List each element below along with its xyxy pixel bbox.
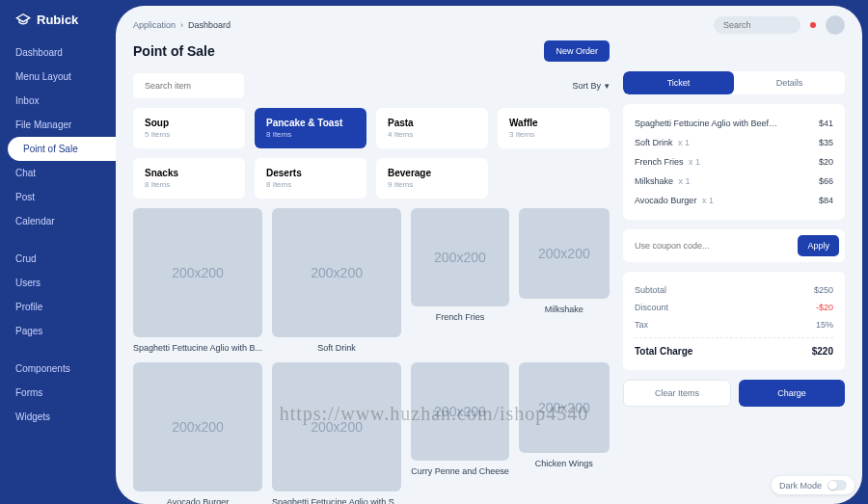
sidebar-item-crud[interactable]: Crud bbox=[0, 247, 116, 271]
breadcrumb-parent[interactable]: Application bbox=[133, 20, 176, 30]
dark-mode-toggle[interactable]: Dark Mode bbox=[772, 476, 854, 494]
subtotal-value: $250 bbox=[814, 285, 833, 295]
apply-coupon-button[interactable]: Apply bbox=[798, 235, 839, 256]
sidebar-item-file-manager[interactable]: File Manager bbox=[0, 113, 116, 137]
ticket-item-price: $66 bbox=[819, 176, 833, 186]
subtotal-label: Subtotal bbox=[635, 285, 666, 295]
category-title: Pasta bbox=[388, 118, 476, 128]
category-count: 8 Items bbox=[145, 180, 233, 189]
tab-ticket[interactable]: Ticket bbox=[623, 71, 734, 94]
page-title: Point of Sale bbox=[133, 43, 215, 59]
main: Application › Dashboard Point of Sale Ne… bbox=[116, 6, 862, 504]
ticket-row[interactable]: French Fries x 1$20 bbox=[635, 152, 833, 172]
toggle-switch[interactable] bbox=[827, 480, 847, 491]
avatar[interactable] bbox=[826, 15, 845, 35]
category-card[interactable]: Pasta4 Items bbox=[376, 108, 488, 148]
total-value: $220 bbox=[812, 346, 833, 357]
product-name: French Fries bbox=[411, 312, 509, 322]
category-title: Soup bbox=[145, 118, 233, 128]
logo-icon bbox=[15, 12, 31, 27]
product-name: Milkshake bbox=[519, 305, 610, 314]
sidebar-item-inbox[interactable]: Inbox bbox=[0, 89, 116, 113]
product-image: 200x200 bbox=[272, 208, 401, 337]
chevron-down-icon: ▾ bbox=[605, 81, 610, 91]
product-name: Curry Penne and Cheese bbox=[411, 466, 509, 476]
search-input[interactable] bbox=[714, 16, 800, 34]
sidebar-item-point-of-sale[interactable]: Point of Sale bbox=[8, 137, 116, 161]
sidebar-item-chat[interactable]: Chat bbox=[0, 161, 116, 185]
sort-by-dropdown[interactable]: Sort By ▾ bbox=[572, 81, 610, 91]
sidebar-item-users[interactable]: Users bbox=[0, 271, 116, 295]
category-count: 5 Items bbox=[145, 130, 233, 139]
brand-name: Rubick bbox=[37, 13, 78, 27]
product-name: Avocado Burger bbox=[133, 497, 262, 504]
sidebar-item-profile[interactable]: Profile bbox=[0, 295, 116, 319]
product-grid: 200x200Spaghetti Fettucine Aglio with B.… bbox=[133, 208, 610, 504]
category-title: Waffle bbox=[509, 118, 598, 128]
nav-tertiary: ComponentsFormsWidgets bbox=[0, 357, 116, 429]
sidebar-item-dashboard[interactable]: Dashboard bbox=[0, 40, 116, 65]
search-item-input[interactable] bbox=[133, 73, 244, 98]
product-name: Spaghetti Fettucine Aglio with S... bbox=[272, 497, 401, 504]
category-count: 8 Items bbox=[266, 180, 355, 189]
product-image: 200x200 bbox=[519, 208, 610, 299]
sidebar-item-menu-layout[interactable]: Menu Layout bbox=[0, 65, 116, 89]
category-card[interactable]: Soup5 Items bbox=[133, 108, 245, 148]
ticket-list: Spaghetti Fettucine Aglio with Beef x 1$… bbox=[623, 104, 845, 220]
category-card[interactable]: Beverage9 Items bbox=[376, 158, 488, 199]
product-card[interactable]: 200x200Milkshake bbox=[519, 208, 610, 353]
ticket-row[interactable]: Milkshake x 1$66 bbox=[635, 172, 833, 191]
product-card[interactable]: 200x200Curry Penne and Cheese bbox=[411, 362, 509, 504]
ticket-item-price: $84 bbox=[819, 196, 833, 205]
logo[interactable]: Rubick bbox=[0, 12, 116, 40]
category-card[interactable]: Pancake & Toast8 Items bbox=[255, 108, 366, 148]
notification-dot[interactable] bbox=[810, 22, 816, 28]
new-order-button[interactable]: New Order bbox=[544, 40, 610, 62]
sidebar-item-post[interactable]: Post bbox=[0, 185, 116, 209]
tab-details[interactable]: Details bbox=[734, 71, 845, 94]
topbar: Application › Dashboard bbox=[116, 6, 862, 40]
product-image: 200x200 bbox=[519, 362, 610, 453]
coupon-input[interactable] bbox=[629, 235, 792, 256]
sidebar-item-pages[interactable]: Pages bbox=[0, 319, 116, 343]
dark-mode-label: Dark Mode bbox=[779, 481, 822, 491]
product-name: Spaghetti Fettucine Aglio with B... bbox=[133, 343, 262, 353]
product-card[interactable]: 200x200Soft Drink bbox=[272, 208, 401, 353]
product-card[interactable]: 200x200French Fries bbox=[411, 208, 509, 353]
product-card[interactable]: 200x200Chicken Wings bbox=[519, 362, 610, 504]
product-card[interactable]: 200x200Avocado Burger bbox=[133, 362, 262, 504]
coupon-box: Apply bbox=[623, 229, 845, 262]
ticket-item-price: $41 bbox=[819, 119, 833, 128]
category-grid: Soup5 ItemsPancake & Toast8 ItemsPasta4 … bbox=[133, 108, 610, 199]
breadcrumb-current: Dashboard bbox=[188, 20, 231, 30]
tax-value: 15% bbox=[816, 320, 833, 330]
category-card[interactable]: Snacks8 Items bbox=[133, 158, 245, 199]
ticket-item-name: French Fries x 1 bbox=[635, 157, 700, 167]
category-title: Snacks bbox=[145, 168, 233, 178]
sidebar-item-widgets[interactable]: Widgets bbox=[0, 405, 116, 429]
sidebar-item-components[interactable]: Components bbox=[0, 357, 116, 381]
category-title: Pancake & Toast bbox=[266, 118, 355, 128]
discount-label: Discount bbox=[635, 303, 668, 312]
product-image: 200x200 bbox=[411, 208, 509, 306]
sidebar-item-forms[interactable]: Forms bbox=[0, 381, 116, 405]
ticket-tabs: Ticket Details bbox=[623, 71, 845, 94]
clear-items-button[interactable]: Clear Items bbox=[623, 380, 731, 407]
ticket-item-price: $35 bbox=[819, 138, 833, 147]
category-card[interactable]: Deserts8 Items bbox=[255, 158, 366, 199]
product-image: 200x200 bbox=[411, 362, 509, 461]
category-card[interactable]: Waffle3 Items bbox=[498, 108, 610, 148]
sidebar-item-calendar[interactable]: Calendar bbox=[0, 209, 116, 233]
product-card[interactable]: 200x200Spaghetti Fettucine Aglio with B.… bbox=[133, 208, 262, 353]
charge-button[interactable]: Charge bbox=[739, 380, 845, 407]
ticket-row[interactable]: Soft Drink x 1$35 bbox=[635, 133, 833, 152]
ticket-item-name: Spaghetti Fettucine Aglio with Beef x 1 bbox=[635, 119, 779, 128]
category-count: 8 Items bbox=[266, 130, 355, 139]
product-name: Soft Drink bbox=[272, 343, 401, 353]
product-card[interactable]: 200x200Spaghetti Fettucine Aglio with S.… bbox=[272, 362, 401, 504]
ticket-item-price: $20 bbox=[819, 157, 833, 167]
ticket-row[interactable]: Avocado Burger x 1$84 bbox=[635, 191, 833, 210]
ticket-row[interactable]: Spaghetti Fettucine Aglio with Beef x 1$… bbox=[635, 114, 833, 133]
sidebar: Rubick DashboardMenu LayoutInboxFile Man… bbox=[0, 0, 116, 504]
nav-secondary: CrudUsersProfilePages bbox=[0, 247, 116, 343]
